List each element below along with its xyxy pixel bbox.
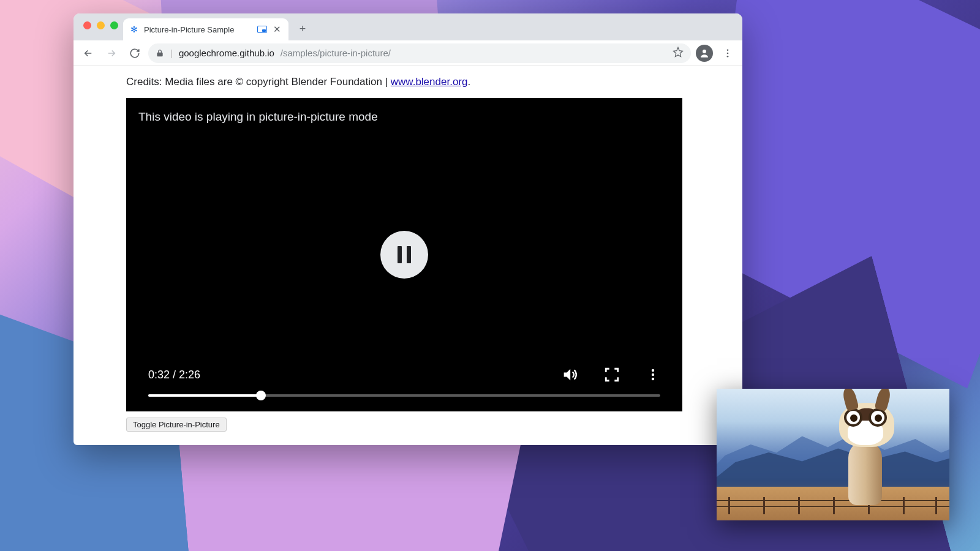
reload-icon bbox=[129, 48, 140, 59]
pip-placeholder-text: This video is playing in picture-in-pict… bbox=[138, 110, 378, 124]
browser-tab[interactable]: ✻ Picture-in-Picture Sample ✕ bbox=[123, 18, 288, 40]
browser-window: ✻ Picture-in-Picture Sample ✕ + | google… bbox=[74, 13, 742, 445]
window-controls bbox=[80, 13, 123, 40]
page-content: Credits: Media files are © copyright Ble… bbox=[74, 66, 742, 445]
pip-video-frame bbox=[821, 404, 913, 505]
pip-indicator-icon bbox=[257, 26, 267, 33]
svg-point-3 bbox=[727, 55, 729, 57]
fullscreen-button[interactable] bbox=[604, 367, 620, 383]
svg-point-5 bbox=[652, 373, 654, 376]
kebab-icon bbox=[646, 367, 660, 382]
new-tab-button[interactable]: + bbox=[293, 20, 312, 38]
browser-toolbar: | googlechrome.github.io/samples/picture… bbox=[74, 40, 742, 66]
elapsed-time: 0:32 bbox=[148, 369, 170, 381]
svg-point-0 bbox=[703, 50, 706, 53]
progress-thumb[interactable] bbox=[256, 391, 266, 400]
reload-button[interactable] bbox=[125, 43, 145, 63]
browser-menu-button[interactable] bbox=[718, 43, 737, 63]
pause-button[interactable] bbox=[380, 231, 428, 279]
url-path: /samples/picture-in-picture/ bbox=[281, 48, 391, 58]
video-player[interactable]: This video is playing in picture-in-pict… bbox=[126, 98, 682, 411]
url-host: googlechrome.github.io bbox=[179, 48, 274, 58]
progress-fill bbox=[148, 394, 261, 397]
total-duration: 2:26 bbox=[179, 369, 200, 381]
bookmark-button[interactable] bbox=[673, 47, 684, 59]
toggle-pip-button[interactable]: Toggle Picture-in-Picture bbox=[126, 418, 227, 432]
address-bar[interactable]: | googlechrome.github.io/samples/picture… bbox=[148, 43, 691, 63]
credits-link[interactable]: www.blender.org bbox=[391, 76, 468, 88]
fullscreen-icon bbox=[604, 367, 620, 383]
pip-window[interactable] bbox=[717, 389, 949, 520]
maximize-window-button[interactable] bbox=[110, 21, 118, 29]
tab-strip: ✻ Picture-in-Picture Sample ✕ + bbox=[74, 13, 742, 40]
forward-button[interactable] bbox=[102, 43, 121, 63]
pause-icon bbox=[398, 246, 411, 263]
video-progress-bar[interactable] bbox=[148, 394, 660, 397]
credits-text: Credits: Media files are © copyright Ble… bbox=[126, 76, 391, 88]
time-separator: / bbox=[170, 369, 179, 381]
tab-title: Picture-in-Picture Sample bbox=[144, 25, 252, 34]
svg-point-6 bbox=[652, 378, 654, 380]
svg-point-4 bbox=[652, 369, 654, 372]
arrow-left-icon bbox=[83, 48, 94, 59]
volume-icon bbox=[561, 366, 578, 383]
star-icon bbox=[673, 47, 684, 58]
tab-favicon-icon: ✻ bbox=[129, 24, 139, 34]
svg-point-2 bbox=[727, 52, 729, 54]
volume-button[interactable] bbox=[561, 366, 578, 383]
separator: | bbox=[170, 48, 173, 58]
back-button[interactable] bbox=[78, 43, 98, 63]
arrow-right-icon bbox=[106, 48, 117, 59]
svg-point-1 bbox=[727, 49, 729, 51]
profile-button[interactable] bbox=[695, 43, 714, 63]
credits-suffix: . bbox=[467, 76, 470, 88]
avatar-icon bbox=[696, 45, 713, 62]
video-menu-button[interactable] bbox=[646, 367, 660, 382]
close-window-button[interactable] bbox=[83, 21, 91, 29]
kebab-icon bbox=[722, 48, 733, 59]
minimize-window-button[interactable] bbox=[97, 21, 105, 29]
lock-icon bbox=[156, 49, 164, 58]
credits-line: Credits: Media files are © copyright Ble… bbox=[126, 76, 690, 88]
video-controls: 0:32 / 2:26 bbox=[126, 366, 682, 411]
close-tab-button[interactable]: ✕ bbox=[272, 24, 282, 35]
video-time-display: 0:32 / 2:26 bbox=[148, 369, 200, 381]
